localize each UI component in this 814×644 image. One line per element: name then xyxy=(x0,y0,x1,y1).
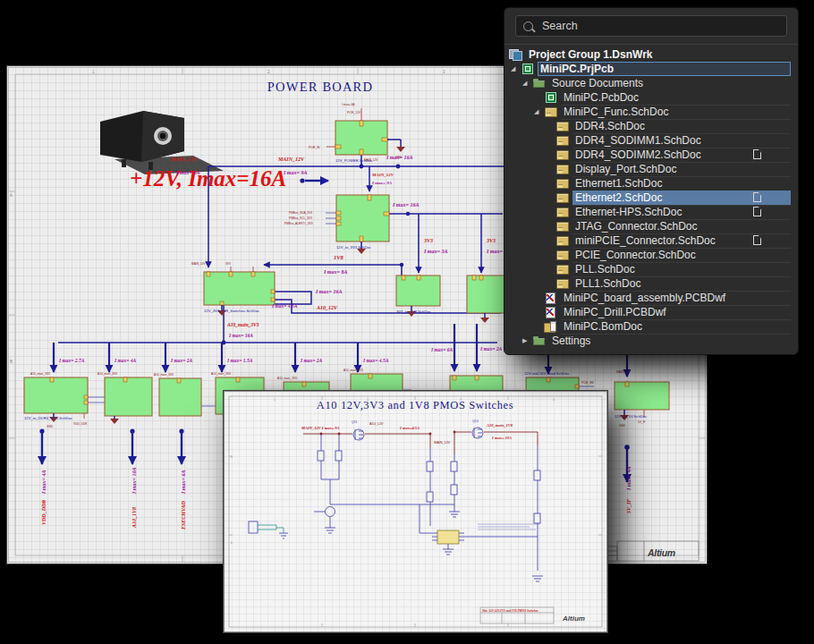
tree-item-label: PLL1.SchDoc xyxy=(575,277,640,290)
altium-logo: Altium xyxy=(647,547,675,558)
svg-text:B: B xyxy=(10,360,13,364)
svg-text:I max= 16A: I max= 16A xyxy=(386,155,412,160)
sheet-symbol-12v-to-3v3[interactable]: 12V_to_3V3.SchDoc PMBus_SDA_3V3 PMBus_SC… xyxy=(284,195,389,254)
schdoc-icon xyxy=(555,135,569,146)
sheet-symbol-block-e[interactable] xyxy=(467,275,507,323)
pmos-switches-sheet[interactable]: 12 34 ab A10 12V,3V3 and 1V8 PMOS Switch… xyxy=(224,391,607,632)
svg-text:12V_to_5V.SchDoc: 12V_to_5V.SchDoc xyxy=(615,414,647,419)
projects-panel[interactable]: Project Group 1.DsnWrk ◢ MiniPC.PrjPcb ◢… xyxy=(504,7,799,355)
tree-item-minipc-bomdoc[interactable]: MiniPC.BomDoc xyxy=(505,319,798,334)
tree-item-label: miniPCIE_Connector.SchDoc xyxy=(575,234,716,247)
expand-arrow-icon[interactable]: ◢ xyxy=(534,105,544,119)
tree-item-ddr4-sodimm2-schdoc[interactable]: DDR4_SODIMM2.SchDoc xyxy=(505,148,798,162)
tree-item-pll-schdoc[interactable]: PLL.SchDoc xyxy=(505,262,798,276)
tree-item-label: MiniPC_board_assembly.PCBDwf xyxy=(564,292,725,304)
svg-text:b: b xyxy=(231,541,233,545)
schdoc-icon xyxy=(555,149,569,160)
sheet-symbol-switches[interactable]: 12V_3V3_1V8_Switches.SchDoc MAIN_12V 3V3 xyxy=(191,262,275,316)
search-input[interactable] xyxy=(540,19,779,33)
svg-text:ESECHVAD: ESECHVAD xyxy=(181,500,186,530)
sheet-symbol-12v-to-5v[interactable]: 12V_to_5V.SchDoc GND 5V_IF xyxy=(615,382,669,428)
svg-text:GND: GND xyxy=(47,425,54,428)
dsnwrk-icon xyxy=(509,49,522,60)
tree-item-label: Display_Port.SchDoc xyxy=(575,163,676,175)
tree-item-source-documents[interactable]: ◢ Source Documents xyxy=(505,76,798,90)
schdoc-icon xyxy=(555,164,569,174)
svg-text:A10_main_3V3: A10_main_3V3 xyxy=(343,369,363,372)
tree-item-label: DDR4_SODIMM1.SchDoc xyxy=(575,134,701,147)
tree-item-jtag-connector-schdoc[interactable]: JTAG_Connector.SchDoc xyxy=(505,219,798,233)
svg-text:MAIN_12V: MAIN_12V xyxy=(616,370,631,374)
tree-item-label: PCIE_Connector.SchDoc xyxy=(575,249,696,261)
svg-text:3V3_to_1V8.SchDoc: 3V3_to_1V8.SchDoc xyxy=(396,309,431,314)
expand-arrow-icon[interactable]: ◢ xyxy=(511,62,521,76)
svg-text:PMBus_SCL_3V3: PMBus_SCL_3V3 xyxy=(289,216,312,220)
svg-text:I max= 9A: I max= 9A xyxy=(283,170,307,175)
svg-text:I max= 1.5A: I max= 1.5A xyxy=(226,358,253,363)
svg-text:A10_main_3V3: A10_main_3V3 xyxy=(154,373,174,377)
svg-text:I max= 2A: I max= 2A xyxy=(170,358,193,363)
svg-text:I max= 9A: I max= 9A xyxy=(175,170,199,175)
tree-item-ethernet1-schdoc[interactable]: Ethernet1.SchDoc xyxy=(505,176,798,191)
collapse-arrow-icon[interactable]: ▶ xyxy=(522,334,532,348)
folder-icon xyxy=(532,335,546,346)
tree-item-label: Project Group 1.DsnWrk xyxy=(529,48,652,61)
sheet-ref: Sht: A10 12V,3V3 and 1V8 PMOS Switches xyxy=(482,609,538,613)
tree-item-label: DDR4_SODIMM2.SchDoc xyxy=(575,148,701,161)
prjpcb-icon xyxy=(521,64,534,74)
svg-text:A10_1V8: A10_1V8 xyxy=(131,507,137,529)
svg-text:12V_3V3_1V8_Switches.SchDoc: 12V_3V3_1V8_Switches.SchDoc xyxy=(204,309,259,313)
svg-text:A10_main_3V3: A10_main_3V3 xyxy=(211,372,231,376)
svg-text:I max=4.5A: I max=4.5A xyxy=(399,426,420,430)
pmos-labels: MAIN_12V I max= 9A A10_12V I max=4.5A Q1… xyxy=(301,419,513,445)
svg-text:VDD_DDR: VDD_DDR xyxy=(41,500,47,525)
tree-item-display-port-schdoc[interactable]: Display_Port.SchDoc xyxy=(505,162,798,176)
tree-item-minipcie-connector-schdoc[interactable]: miniPCIE_Connector.SchDoc xyxy=(505,233,798,248)
svg-text:MAIN_12V: MAIN_12V xyxy=(191,262,206,266)
tree-item-pll1-schdoc[interactable]: PLL1.SchDoc xyxy=(505,276,798,291)
svg-text:PCIE_12V: PCIE_12V xyxy=(347,111,361,114)
folder-icon xyxy=(532,78,546,89)
tree-item-label: Source Documents xyxy=(552,77,643,89)
tree-item-ethernet-hps-schdoc[interactable]: Ethernet-HPS.SchDoc xyxy=(505,205,798,219)
svg-text:I max= 6A: I max= 6A xyxy=(181,470,186,495)
svg-text:A10_main_1V8: A10_main_1V8 xyxy=(486,423,513,428)
tree-item-label: JTAG_Connector.SchDoc xyxy=(575,220,698,233)
tree-item-board-assembly-pcbdwf[interactable]: MiniPC_board_assembly.PCBDwf xyxy=(505,291,798,305)
tree-item-pcie-connector-schdoc[interactable]: PCIE_Connector.SchDoc xyxy=(505,248,798,262)
pcbdwf-icon xyxy=(544,292,557,303)
sheet-symbol-row-3[interactable] xyxy=(159,378,201,416)
svg-text:I max= 4.5A: I max= 4.5A xyxy=(271,303,298,309)
tree-item-drill-pcbdwf[interactable]: MiniPC_Drill.PCBDwf xyxy=(505,305,798,319)
tree-item-label: Ethernet1.SchDoc xyxy=(575,177,662,190)
tree-item-minipc-pcbdoc[interactable]: MiniPC.PcbDoc xyxy=(505,90,798,105)
tree-item-ethernet2-schdoc[interactable]: Ethernet2.SchDoc xyxy=(505,191,798,205)
sheet-symbol-row-2[interactable] xyxy=(105,377,152,424)
svg-text:A10_12V: A10_12V xyxy=(316,305,338,310)
svg-text:I max= 9A: I max= 9A xyxy=(371,181,393,185)
sheet-symbol-ddr-vdd[interactable]: 12V_to_DDR4_VDD.SchDoc GND VDD_DDR xyxy=(24,377,88,428)
pmos-circuit xyxy=(249,428,543,581)
tree-item-label: Settings xyxy=(552,335,590,347)
tree-item-label: MiniPC.PcbDoc xyxy=(564,91,639,104)
svg-text:2: 2 xyxy=(267,70,270,74)
tree-item-ddr4-sodimm1-schdoc[interactable]: DDR4_SODIMM1.SchDoc xyxy=(505,133,798,148)
tree-item-label: DDR4.SchDoc xyxy=(575,120,645,132)
svg-text:A10_main_3V3: A10_main_3V3 xyxy=(30,372,50,376)
search-box[interactable] xyxy=(515,15,787,37)
svg-text:I max= 2.7A: I max= 2.7A xyxy=(58,358,85,363)
svg-text:PMBus_SDA_3V3: PMBus_SDA_3V3 xyxy=(289,211,312,215)
pmos-art: 12 34 ab A10 12V,3V3 and 1V8 PMOS Switch… xyxy=(225,392,606,631)
tree-item-ddr4-schdoc[interactable]: DDR4.SchDoc xyxy=(505,119,798,133)
tree-item-minipc-func-schdoc[interactable]: ◢ MiniPC_Func.SchDoc xyxy=(505,105,798,119)
tree-item-settings[interactable]: ▶ Settings xyxy=(505,334,798,348)
tree-item-project-group[interactable]: Project Group 1.DsnWrk xyxy=(505,47,798,62)
svg-text:MAIN_12V: MAIN_12V xyxy=(364,158,378,162)
expand-arrow-icon[interactable]: ◢ xyxy=(522,76,532,90)
sheet-symbol-3v3-to-1v8[interactable]: 3V3_to_1V8.SchDoc xyxy=(396,275,440,317)
svg-text:I max= 16A: I max= 16A xyxy=(315,289,342,294)
tree-item-minipc-prjpcb[interactable]: ◢ MiniPC.PrjPcb xyxy=(505,62,798,76)
altium-logo: Altium xyxy=(562,614,585,623)
svg-text:A10_main_3V3: A10_main_3V3 xyxy=(226,322,259,327)
open-document-badge-icon xyxy=(753,192,761,202)
